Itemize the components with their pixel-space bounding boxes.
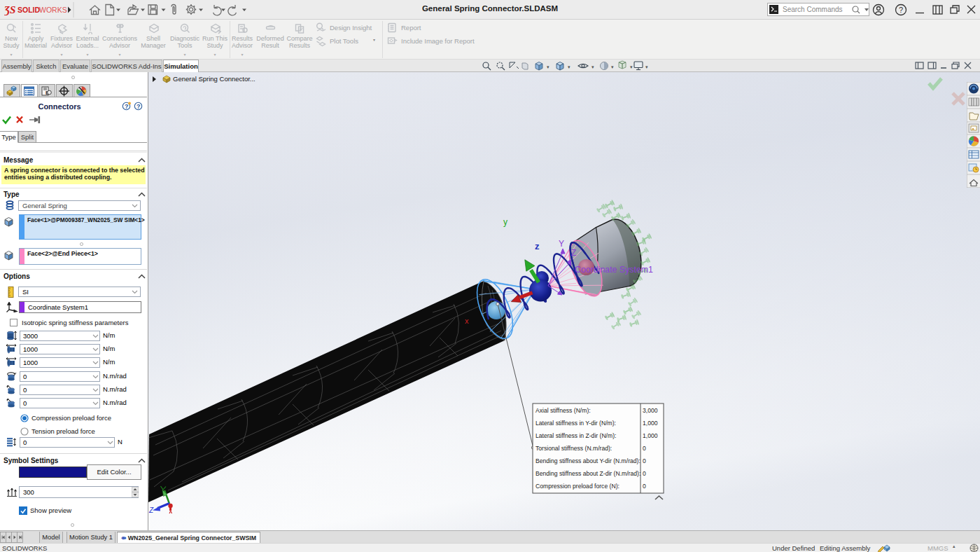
svg-text:0: 0 (643, 457, 646, 464)
svg-text:z: z (535, 241, 540, 251)
svg-text:Torsional stiffness (N.m/rad):: Torsional stiffness (N.m/rad): (536, 445, 612, 452)
svg-text:Axial stiffness (N/m):: Axial stiffness (N/m): (536, 407, 591, 414)
svg-text:3,000: 3,000 (643, 407, 658, 414)
svg-text:ƷS: ƷS (4, 4, 15, 15)
svg-text:1,000: 1,000 (643, 420, 658, 427)
svg-text:WORKS: WORKS (39, 6, 67, 14)
svg-text:0: 0 (643, 483, 646, 490)
svg-text:Coordinate System1: Coordinate System1 (575, 265, 653, 275)
svg-text:0: 0 (643, 470, 646, 477)
svg-text:x: x (465, 317, 469, 325)
svg-text:0: 0 (643, 445, 646, 452)
svg-text:y: y (503, 217, 507, 227)
svg-text:Lateral stiffness in Z-dir (N/: Lateral stiffness in Z-dir (N/m): (536, 432, 616, 439)
svg-text:Search Commands: Search Commands (783, 6, 843, 13)
svg-text:?: ? (125, 103, 129, 110)
svg-text:SOLID: SOLID (18, 6, 41, 14)
svg-text:▾: ▾ (547, 64, 550, 69)
svg-text:General Spring Connector...: General Spring Connector... (173, 75, 255, 83)
svg-text:▾: ▾ (568, 64, 570, 69)
svg-text:Bending stiffness about Y-dir: Bending stiffness about Y-dir (N.m/rad): (536, 457, 640, 464)
svg-text:▾: ▾ (592, 64, 594, 69)
svg-text:▾: ▾ (611, 64, 614, 69)
svg-text:?: ? (899, 6, 903, 14)
svg-text:Y: Y (559, 239, 564, 249)
svg-text:Bending stiffness about Z-dir: Bending stiffness about Z-dir (N.m/rad): (536, 470, 640, 477)
svg-text:▾: ▾ (645, 64, 648, 69)
svg-text:Z: Z (571, 248, 576, 258)
svg-text:Lateral stiffness in Y-dir (N/: Lateral stiffness in Y-dir (N/m): (536, 420, 616, 427)
svg-text:1,000: 1,000 (643, 432, 658, 439)
svg-text:▾: ▾ (630, 64, 633, 69)
svg-text:Z: Z (148, 506, 154, 514)
svg-text:?: ? (136, 103, 141, 110)
svg-text:Compression preload force (N):: Compression preload force (N): (536, 483, 620, 490)
